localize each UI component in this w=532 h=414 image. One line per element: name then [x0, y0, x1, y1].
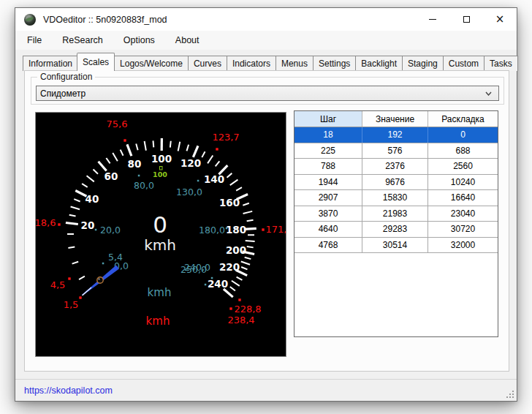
svg-text:180,0: 180,0: [199, 225, 225, 236]
svg-text:171,: 171,: [266, 224, 286, 235]
tab-information[interactable]: Information: [23, 56, 78, 71]
resize-grip-icon[interactable]: [506, 390, 515, 399]
tab-backlight[interactable]: Backlight: [355, 56, 403, 71]
table-cell: 4640: [294, 222, 362, 237]
svg-text:123,7: 123,7: [212, 132, 239, 143]
table-row[interactable]: 78823762560: [294, 159, 498, 175]
table-row[interactable]: 1944967610240: [294, 175, 498, 191]
app-window: VDOeditor :: 5n0920883f_mod × FileReSear…: [15, 7, 517, 402]
svg-text:0: 0: [153, 211, 167, 238]
table-cell: 9676: [362, 175, 428, 190]
table-cell: 2560: [428, 159, 498, 174]
minimize-icon: [429, 19, 436, 20]
table-cell: 32000: [428, 238, 498, 253]
table-cell: 23040: [428, 206, 498, 222]
table-row[interactable]: 38702198323040: [294, 206, 498, 222]
speedometer-gauge: 2040608010012014016018020022024075,6123,…: [36, 113, 286, 356]
configuration-label: Configuration: [37, 72, 95, 82]
status-bar: https://skodapilot.com: [15, 379, 517, 401]
svg-text:228,8: 228,8: [234, 304, 261, 315]
svg-text:120: 120: [180, 157, 201, 169]
table-cell: 788: [294, 159, 362, 174]
svg-text:18,6: 18,6: [36, 217, 56, 228]
tab-settings[interactable]: Settings: [313, 56, 356, 71]
table-cell: 10240: [428, 175, 498, 190]
speedometer-panel: 2040608010012014016018020022024075,6123,…: [35, 112, 286, 357]
svg-text:kmh: kmh: [144, 236, 176, 254]
table-row[interactable]: 225576688: [294, 143, 498, 159]
menu-about[interactable]: About: [174, 33, 201, 48]
svg-text:140: 140: [204, 173, 224, 185]
table-body: 1819202255766887882376256019449676102402…: [294, 127, 498, 253]
tab-scales[interactable]: Scales: [77, 53, 115, 71]
close-icon: ×: [495, 14, 505, 25]
tab-indicators[interactable]: Indicators: [227, 56, 276, 71]
close-button[interactable]: ×: [483, 8, 517, 31]
table-cell: 16640: [428, 190, 498, 206]
svg-text:20: 20: [81, 219, 95, 231]
table-cell: 688: [428, 143, 498, 159]
svg-text:160: 160: [219, 197, 240, 208]
svg-text:75,6: 75,6: [107, 118, 128, 129]
tab-staging[interactable]: Staging: [402, 56, 444, 71]
tab-menus[interactable]: Menus: [276, 56, 314, 71]
table-row[interactable]: 181920: [294, 127, 498, 143]
table-cell: 30514: [362, 238, 428, 253]
table-cell: 4768: [294, 238, 362, 253]
svg-text:100: 100: [153, 170, 167, 178]
table-cell: 18: [294, 127, 362, 143]
svg-text:4,5: 4,5: [50, 279, 66, 290]
tab-logos-welcome[interactable]: Logos/Welcome: [114, 56, 189, 71]
table-row[interactable]: 29071583016640: [294, 190, 498, 206]
svg-text:220: 220: [219, 261, 240, 273]
svg-text:130,0: 130,0: [176, 187, 202, 197]
svg-text:238,4: 238,4: [227, 315, 254, 325]
title-bar: VDOeditor :: 5n0920883f_mod ×: [15, 8, 517, 31]
chevron-down-icon: [485, 91, 492, 96]
svg-text:250,0: 250,0: [180, 264, 207, 275]
menu-options[interactable]: Options: [122, 33, 156, 48]
menu-research[interactable]: ReSearch: [61, 33, 104, 48]
menu-file[interactable]: File: [26, 33, 43, 48]
configuration-combobox[interactable]: Спидометр: [36, 86, 499, 101]
minimize-button[interactable]: [416, 8, 449, 31]
svg-text:240: 240: [208, 278, 228, 290]
svg-text:80: 80: [128, 158, 142, 170]
svg-text:80,0: 80,0: [134, 180, 154, 191]
status-link[interactable]: https://skodapilot.com: [24, 385, 113, 396]
column-header[interactable]: Раскладка: [428, 111, 498, 127]
svg-text:100: 100: [151, 153, 172, 165]
svg-text:40: 40: [86, 193, 99, 205]
table-cell: 29283: [362, 222, 428, 237]
window-title: VDOeditor :: 5n0920883f_mod: [43, 15, 167, 25]
app-icon: [24, 14, 36, 26]
table-cell: 0: [428, 127, 498, 143]
table-cell: 192: [362, 127, 428, 143]
svg-text:kmh: kmh: [148, 286, 172, 299]
svg-text:60: 60: [104, 170, 118, 182]
table-cell: 15830: [362, 190, 428, 206]
scales-tab-page: Configuration Спидометр 2040608010012014…: [24, 70, 509, 372]
column-header[interactable]: Шаг: [294, 111, 362, 127]
tab-tasks[interactable]: Tasks: [484, 56, 518, 71]
table-cell: 2376: [362, 159, 428, 174]
table-cell: 3870: [294, 206, 362, 222]
table-row[interactable]: 47683051432000: [294, 238, 498, 254]
table-cell: 21983: [362, 206, 428, 222]
maximize-button[interactable]: [449, 8, 483, 31]
svg-text:200: 200: [226, 244, 246, 256]
configuration-groupbox: Configuration Спидометр: [31, 77, 504, 105]
table-row[interactable]: 46402928330720: [294, 222, 498, 238]
tab-curves[interactable]: Curves: [188, 56, 227, 71]
table-cell: 1944: [294, 175, 362, 190]
tab-custom[interactable]: Custom: [443, 56, 484, 71]
column-header[interactable]: Значение: [362, 111, 428, 127]
table-cell: 30720: [428, 222, 498, 237]
scale-table: ШагЗначениеРаскладка 1819202255766887882…: [294, 110, 498, 337]
svg-text:20,0: 20,0: [100, 225, 121, 236]
table-cell: 2907: [294, 190, 362, 206]
svg-text:kmh: kmh: [146, 315, 170, 328]
table-cell: 576: [362, 143, 428, 159]
table-cell: 225: [294, 143, 362, 159]
svg-text:180: 180: [226, 224, 246, 236]
